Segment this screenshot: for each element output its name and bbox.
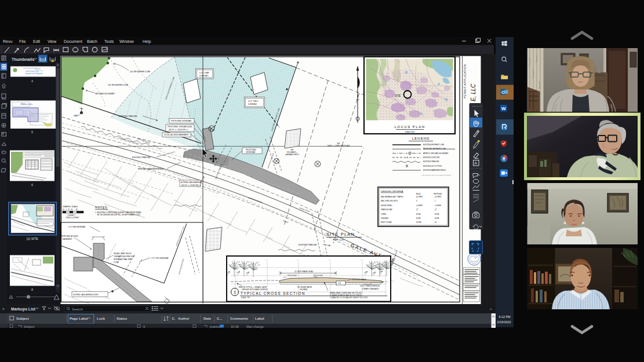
- svg-text:45'X45' ACCESS EASEMENT: 45'X45' ACCESS EASEMENT: [164, 134, 189, 136]
- svg-text:LOT TWO DRIVEWAY: LOT TWO DRIVEWAY: [151, 257, 169, 259]
- svg-text:W: W: [501, 106, 506, 111]
- svg-text:40' MIN: 40' MIN: [416, 221, 421, 224]
- svg-text:9: 9: [143, 325, 145, 328]
- svg-text:EXISTING TREELINE: EXISTING TREELINE: [423, 160, 439, 163]
- svg-text:Date: Date: [203, 317, 212, 320]
- svg-text:Thumbnails: Thumbnails: [12, 57, 34, 61]
- svg-text:<20 MPH: <20 MPH: [435, 204, 441, 207]
- svg-text:PROPOSED ACCESS: PROPOSED ACCESS: [61, 235, 78, 237]
- svg-text:View: View: [48, 39, 57, 43]
- svg-text:(NO SEWER WATER: (NO SEWER WATER: [297, 286, 312, 288]
- svg-text:PITCH 2%/FT: PITCH 2%/FT: [314, 275, 323, 277]
- svg-text:20 TRIPS: 20 TRIPS: [435, 196, 441, 198]
- svg-text:40 0 20 40 80: 40 0 20 40 80: [63, 209, 78, 211]
- svg-text:RIGHT OF WAY:: RIGHT OF WAY:: [381, 221, 392, 224]
- svg-text:COMPANY STANDARDS: COMPANY STANDARDS: [362, 288, 379, 290]
- svg-text:Batch: Batch: [87, 39, 97, 43]
- svg-text:DRIVEWAY: DRIVEWAY: [246, 151, 256, 153]
- svg-text:jmartino: jmartino: [209, 325, 221, 328]
- svg-text:0.848 AC: 0.848 AC: [248, 103, 257, 105]
- svg-text:EXISTING CONTOUR: EXISTING CONTOUR: [423, 156, 439, 159]
- svg-text:10:36: 10:36: [231, 325, 239, 328]
- svg-text:EXISTING PROPERTY LINE: EXISTING PROPERTY LINE: [423, 144, 444, 146]
- svg-text:PROPOSED DRIVEWAY: PROPOSED DRIVEWAY: [171, 120, 192, 122]
- svg-text:NONE: NONE: [435, 217, 439, 220]
- svg-text:LEGEND: LEGEND: [412, 137, 430, 140]
- svg-text:CODE: CODE: [114, 261, 119, 264]
- svg-text:EXISTING TREELINE: EXISTING TREELINE: [299, 244, 316, 246]
- svg-text:File: File: [19, 39, 26, 43]
- svg-text:Search: Search: [72, 308, 83, 311]
- svg-text:TURNAROUND PER 2018: TURNAROUND PER 2018: [114, 255, 134, 258]
- svg-text:Edit: Edit: [33, 39, 40, 43]
- svg-text:APPROX. WETLAND BOUNDARY: APPROX. WETLAND BOUNDARY: [423, 152, 449, 155]
- svg-text:COMPACTED TO 95% MAX DRY DENSI: COMPACTED TO 95% MAX DRY DENSITY IN 6" L…: [330, 297, 368, 299]
- svg-text:NOTES:: NOTES:: [95, 206, 108, 209]
- svg-text:GATE: GATE: [74, 115, 78, 117]
- svg-text:6:12 PM: 6:12 PM: [499, 315, 511, 319]
- svg-text:INTERNATIONAL FIRE: INTERNATIONAL FIRE: [114, 258, 132, 261]
- svg-text:LOT ONE: LOT ONE: [199, 72, 209, 74]
- svg-text:EXISTING TREELINE: EXISTING TREELINE: [132, 156, 150, 159]
- svg-text:Subject: Subject: [16, 317, 29, 320]
- svg-text:1 INCH = 40 FEET: 1 INCH = 40 FEET: [66, 217, 79, 219]
- svg-text:40': 40': [435, 221, 437, 224]
- svg-text:»: »: [2, 307, 5, 311]
- svg-text:PROPOSED: PROPOSED: [434, 193, 442, 195]
- svg-text:Markups List: Markups List: [11, 307, 36, 312]
- svg-text:SCALE: 1"=40': SCALE: 1"=40': [333, 239, 344, 241]
- svg-text:LOT TWO: LOT TWO: [248, 100, 258, 103]
- svg-text:PROPOSED: PROPOSED: [246, 149, 257, 151]
- svg-text:EXISTING BARBWIRE FENCE: EXISTING BARBWIRE FENCE: [423, 169, 446, 171]
- svg-text:EXTEND GALE AVENUE (VGP.): EXTEND GALE AVENUE (VGP.): [74, 294, 99, 296]
- svg-text:(48 LF +/- /3,000 SF+/-): (48 LF +/- /3,000 SF+/-): [169, 129, 188, 131]
- svg-text:Label: Label: [255, 317, 264, 320]
- svg-text:E, LLC: E, LLC: [470, 83, 476, 101]
- svg-text:NONE: NONE: [435, 213, 439, 215]
- svg-text:100' WF BUFFER ZONE: 100' WF BUFFER ZONE: [130, 71, 150, 73]
- svg-text:JMA Assoc plan: JMA Assoc plan: [20, 103, 33, 105]
- svg-text:20' WIDE GRAVEL ROAD: 20' WIDE GRAVEL ROAD: [294, 270, 313, 273]
- svg-text:2/15/2022: 2/15/2022: [497, 320, 511, 324]
- svg-text:EXISTING TREELINE: EXISTING TREELINE: [119, 115, 137, 118]
- svg-text:GRAPHIC SCALE: GRAPHIC SCALE: [63, 206, 78, 208]
- svg-text:+ REPLACE WITH GRAVEL BORROW: + REPLACE WITH GRAVEL BORROW: [241, 288, 268, 291]
- svg-text:Document: Document: [64, 39, 82, 43]
- svg-text:0.00: 0.00: [338, 282, 341, 284]
- svg-text:DESIGN CRITERIA: DESIGN CRITERIA: [381, 190, 403, 193]
- svg-text:TYPICAL CROSS SECTION: TYPICAL CROSS SECTION: [241, 291, 305, 295]
- svg-text:BY SK DESIGN GROUP, INC. IN SE: BY SK DESIGN GROUP, INC. IN SEPTEMBER, 2…: [97, 214, 141, 216]
- svg-text:SCALE: NTS: SCALE: NTS: [405, 131, 414, 133]
- svg-text:SITE: SITE: [395, 94, 401, 97]
- svg-text:1: 1: [234, 290, 236, 294]
- svg-text:Status: Status: [117, 317, 128, 320]
- svg-text:0.849 AC: 0.849 AC: [199, 75, 209, 77]
- svg-text:Window: Window: [119, 39, 134, 43]
- svg-text:Subject: Subject: [24, 325, 35, 328]
- svg-text:Author: Author: [178, 317, 190, 320]
- svg-text:1. EXISTING CONDITIONS SURVEY: 1. EXISTING CONDITIONS SURVEY WAS PERFOR…: [95, 211, 142, 214]
- svg-text:Help: Help: [143, 39, 151, 44]
- svg-text:NONE: NONE: [416, 213, 421, 215]
- svg-text:5: 5: [31, 130, 33, 134]
- svg-text:EXTEND GALE AVENUE: EXTEND GALE AVENUE: [181, 181, 202, 184]
- svg-text:SIDEWALK:: SIDEWALK:: [381, 217, 389, 220]
- svg-text:GRAVEL BASE COURSE (MHD SECTIO: GRAVEL BASE COURSE (MHD SECTION 405): [330, 292, 362, 294]
- svg-text:SITE PLAN: SITE PLAN: [326, 232, 355, 237]
- svg-text:DAVID + ILENE JAROSLAW: DAVID + ILENE JAROSLAW: [328, 145, 350, 147]
- svg-text:Revu: Revu: [3, 39, 12, 43]
- svg-text:100' WF BUFFER ZONE: 100' WF BUFFER ZONE: [108, 84, 128, 86]
- svg-text:22': 22': [416, 209, 419, 211]
- svg-text:NONE: NONE: [416, 217, 421, 220]
- svg-text:C...: C...: [217, 317, 223, 320]
- svg-text:CURBS:: CURBS:: [381, 213, 387, 215]
- svg-text:MAX. DWELLING UNITS:: MAX. DWELLING UNITS:: [381, 200, 398, 202]
- svg-text:(50 LF +/- /3,000 SF+/-): (50 LF +/- /3,000 SF+/-): [181, 184, 201, 187]
- svg-text:8: 8: [31, 288, 33, 291]
- svg-text:found in the Registry: found in the Registry: [26, 72, 43, 75]
- svg-text:EASEMENT: EASEMENT: [63, 238, 72, 240]
- svg-text:A: A: [474, 161, 477, 165]
- svg-text:REQ'D: REQ'D: [416, 193, 421, 195]
- svg-text:<20 MPH: <20 MPH: [416, 204, 423, 207]
- svg-text:[1] SITE: [1] SITE: [27, 237, 38, 240]
